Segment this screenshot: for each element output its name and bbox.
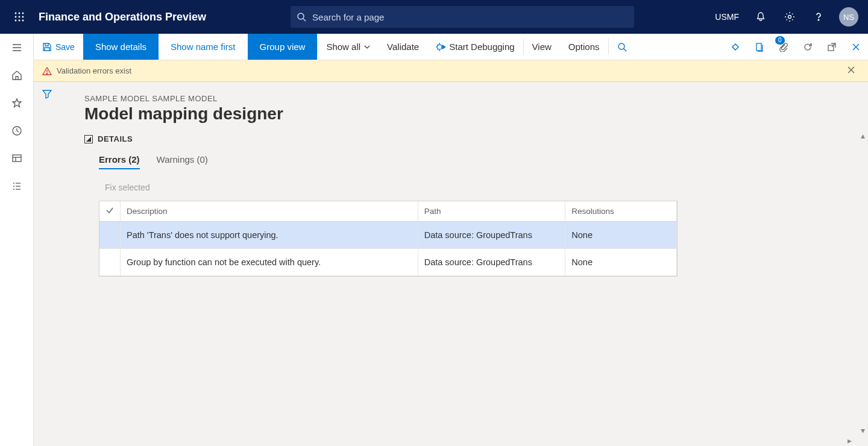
select-all-checkbox[interactable] bbox=[99, 201, 121, 222]
attachments-icon[interactable]: 0 bbox=[772, 34, 796, 60]
svg-line-28 bbox=[624, 49, 626, 51]
favorites-icon[interactable] bbox=[0, 89, 34, 117]
svg-point-5 bbox=[22, 16, 24, 18]
svg-line-10 bbox=[303, 19, 306, 21]
collapse-icon bbox=[84, 135, 93, 143]
svg-point-34 bbox=[46, 73, 47, 74]
save-button[interactable]: Save bbox=[34, 34, 83, 60]
row-path: Data source: GroupedTrans bbox=[418, 249, 565, 276]
page-options-icon[interactable] bbox=[747, 34, 772, 60]
view-menu[interactable]: View bbox=[524, 34, 560, 60]
svg-point-9 bbox=[298, 13, 304, 19]
tab-errors[interactable]: Errors (2) bbox=[99, 154, 140, 169]
validate-button[interactable]: Validate bbox=[379, 34, 427, 60]
tab-show-name-first[interactable]: Show name first bbox=[159, 34, 248, 60]
message-close-icon[interactable] bbox=[848, 66, 860, 75]
settings-icon[interactable] bbox=[776, 0, 803, 34]
column-path[interactable]: Path bbox=[418, 201, 565, 222]
svg-point-2 bbox=[22, 13, 24, 14]
table-row[interactable]: Group by function can not be executed wi… bbox=[99, 249, 677, 276]
svg-point-8 bbox=[22, 20, 24, 22]
errors-grid: Description Path Resolutions Path 'Trans… bbox=[99, 201, 678, 277]
chevron-down-icon bbox=[364, 44, 370, 50]
refresh-icon[interactable] bbox=[796, 34, 820, 60]
find-button[interactable] bbox=[609, 34, 635, 60]
row-resolutions: None bbox=[565, 249, 677, 276]
row-checkbox[interactable] bbox=[99, 249, 121, 276]
help-icon[interactable] bbox=[805, 0, 832, 34]
options-menu[interactable]: Options bbox=[560, 34, 608, 60]
popout-icon[interactable] bbox=[820, 34, 844, 60]
svg-point-27 bbox=[618, 43, 624, 49]
scroll-down-icon[interactable]: ▾ bbox=[858, 425, 868, 435]
horizontal-scrollbar[interactable]: ▸ bbox=[34, 436, 858, 446]
details-section-toggle[interactable]: DETAILS bbox=[84, 134, 850, 143]
scroll-up-icon[interactable]: ▴ bbox=[858, 130, 868, 140]
search-icon bbox=[297, 12, 306, 22]
svg-point-1 bbox=[19, 13, 20, 14]
tab-warnings[interactable]: Warnings (0) bbox=[157, 154, 208, 169]
svg-rect-29 bbox=[756, 43, 761, 51]
action-bar: Save Show details Show name first Group … bbox=[0, 34, 868, 60]
fix-selected-button[interactable]: Fix selected bbox=[105, 183, 850, 192]
breadcrumb: SAMPLE MODEL SAMPLE MODEL bbox=[84, 94, 850, 103]
notifications-icon[interactable] bbox=[747, 0, 774, 34]
search-box[interactable] bbox=[291, 6, 634, 28]
svg-point-12 bbox=[818, 19, 819, 20]
content-area: SAMPLE MODEL SAMPLE MODEL Model mapping … bbox=[34, 82, 868, 446]
row-description: Group by function can not be executed wi… bbox=[121, 249, 418, 276]
tab-show-details[interactable]: Show details bbox=[83, 34, 159, 60]
start-debugging-button[interactable]: Start Debugging bbox=[427, 34, 523, 60]
company-picker[interactable]: USMF bbox=[709, 0, 745, 34]
top-nav: Finance and Operations Preview USMF NS bbox=[0, 0, 868, 34]
app-launcher-icon[interactable] bbox=[5, 0, 34, 34]
user-avatar[interactable]: NS bbox=[834, 0, 863, 34]
page-title: Model mapping designer bbox=[84, 104, 850, 124]
svg-point-4 bbox=[19, 16, 20, 18]
message-text: Validation errors exist bbox=[57, 66, 131, 75]
home-icon[interactable] bbox=[0, 61, 34, 89]
show-all-dropdown[interactable]: Show all bbox=[318, 34, 379, 60]
attachments-badge: 0 bbox=[775, 36, 785, 45]
scroll-right-icon[interactable]: ▸ bbox=[848, 436, 858, 446]
warning-icon bbox=[42, 66, 52, 76]
svg-point-7 bbox=[19, 20, 20, 22]
modules-icon[interactable] bbox=[0, 172, 34, 200]
column-resolutions[interactable]: Resolutions bbox=[565, 201, 677, 222]
filter-pane-toggle[interactable] bbox=[34, 82, 60, 106]
personalize-icon[interactable] bbox=[723, 34, 747, 60]
row-path: Data source: GroupedTrans bbox=[418, 222, 565, 249]
message-bar: Validation errors exist bbox=[34, 60, 868, 82]
svg-point-3 bbox=[15, 16, 17, 18]
svg-point-0 bbox=[15, 13, 17, 14]
svg-point-6 bbox=[15, 20, 17, 22]
row-checkbox[interactable] bbox=[99, 222, 121, 249]
hamburger-icon[interactable] bbox=[0, 34, 34, 61]
svg-rect-17 bbox=[13, 155, 21, 162]
left-rail bbox=[0, 34, 34, 446]
workspaces-icon[interactable] bbox=[0, 145, 34, 172]
row-resolutions: None bbox=[565, 222, 677, 249]
svg-point-11 bbox=[788, 16, 791, 19]
details-tabs: Errors (2) Warnings (0) bbox=[99, 154, 850, 169]
row-description: Path 'Trans' does not support querying. bbox=[121, 222, 418, 249]
gear-play-icon bbox=[436, 42, 445, 52]
close-page-icon[interactable] bbox=[844, 34, 868, 60]
tab-group-view[interactable]: Group view bbox=[248, 34, 318, 60]
column-description[interactable]: Description bbox=[121, 201, 418, 222]
table-row[interactable]: Path 'Trans' does not support querying.D… bbox=[99, 222, 677, 249]
vertical-scrollbar[interactable]: ▴ ▾ bbox=[858, 130, 868, 435]
search-input[interactable] bbox=[312, 12, 627, 22]
recent-icon[interactable] bbox=[0, 117, 34, 145]
app-title: Finance and Operations Preview bbox=[39, 11, 206, 24]
